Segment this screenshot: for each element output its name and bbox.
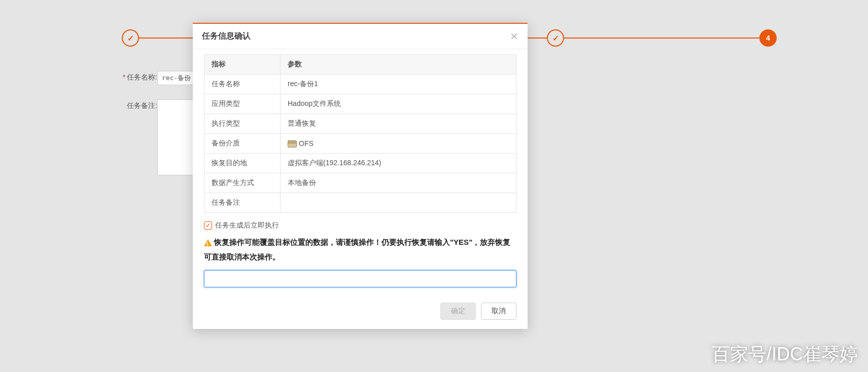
cell-key: 备份介质 — [204, 134, 281, 154]
cell-val: 虚拟客户端(192.168.246.214) — [281, 154, 516, 173]
close-button[interactable]: ✕ — [510, 31, 518, 42]
cell-key: 任务名称 — [204, 75, 281, 94]
cell-key: 数据产生方式 — [204, 173, 281, 193]
table-row: 任务名称rec-备份1 — [204, 75, 516, 94]
header-val: 参数 — [281, 55, 516, 75]
warning-icon — [204, 239, 212, 246]
confirm-modal: 任务信息确认 ✕ 指标 参数 任务名称rec-备份1 应用类型Hadoop文件系… — [193, 23, 528, 329]
cell-key: 任务备注 — [204, 193, 281, 213]
modal-footer: 确定 取消 — [193, 296, 528, 329]
warning-text: 恢复操作可能覆盖目标位置的数据，请谨慎操作！仍要执行恢复请输入"YES"，放弃恢… — [204, 235, 516, 264]
cell-val: 本地备份 — [281, 173, 516, 193]
cell-val: OFS — [281, 134, 516, 154]
table-row: 数据产生方式本地备份 — [204, 173, 516, 193]
cell-key: 执行类型 — [204, 114, 281, 134]
cell-key: 恢复目的地 — [204, 154, 281, 173]
modal-body: 指标 参数 任务名称rec-备份1 应用类型Hadoop文件系统 执行类型普通恢… — [193, 49, 528, 296]
table-row: 执行类型普通恢复 — [204, 114, 516, 134]
ok-button[interactable]: 确定 — [440, 303, 476, 320]
info-table: 指标 参数 任务名称rec-备份1 应用类型Hadoop文件系统 执行类型普通恢… — [204, 54, 516, 213]
cell-key: 应用类型 — [204, 94, 281, 114]
disk-icon — [288, 140, 297, 147]
table-row: 应用类型Hadoop文件系统 — [204, 94, 516, 114]
cancel-button[interactable]: 取消 — [481, 303, 516, 320]
table-header-row: 指标 参数 — [204, 55, 516, 75]
cell-val — [281, 193, 516, 213]
table-row: 任务备注 — [204, 193, 516, 213]
table-row: 备份介质OFS — [204, 134, 516, 154]
checkbox-checked-icon[interactable] — [204, 221, 212, 230]
modal-title: 任务信息确认 — [202, 31, 251, 42]
cell-val: Hadoop文件系统 — [281, 94, 516, 114]
cell-val: rec-备份1 — [281, 75, 516, 94]
close-icon: ✕ — [510, 31, 518, 42]
table-row: 恢复目的地虚拟客户端(192.168.246.214) — [204, 154, 516, 173]
modal-header: 任务信息确认 ✕ — [193, 24, 528, 49]
watermark-credit: 百家号/IDC崔琴婷 — [712, 342, 858, 367]
confirm-yes-input[interactable] — [204, 270, 516, 287]
header-key: 指标 — [204, 55, 281, 75]
cell-val: 普通恢复 — [281, 114, 516, 134]
execute-immediately-label: 任务生成后立即执行 — [215, 221, 279, 230]
execute-immediately-row[interactable]: 任务生成后立即执行 — [204, 221, 516, 230]
